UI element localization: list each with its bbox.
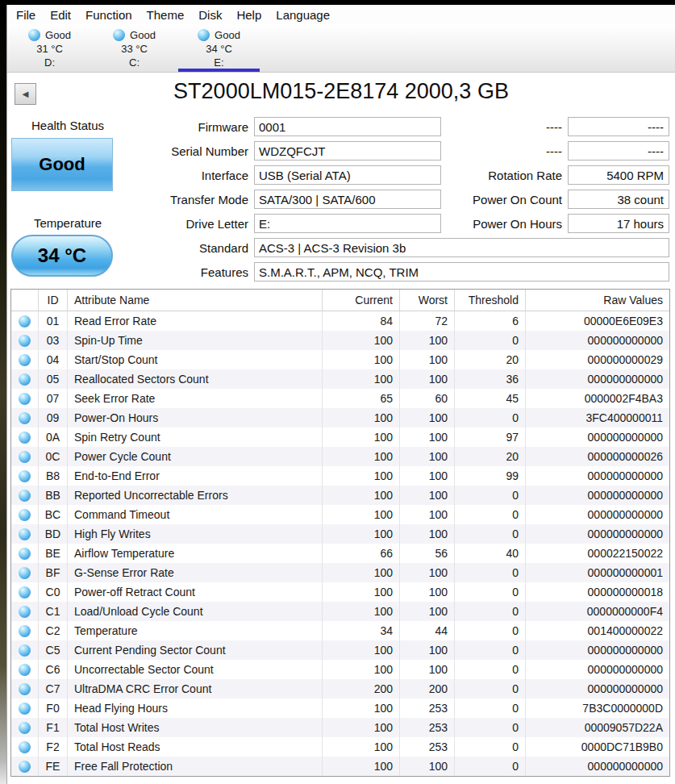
- table-row[interactable]: 0A Spin Retry Count 100 100 97 000000000…: [11, 427, 669, 447]
- row-current-cell: 100: [323, 602, 400, 621]
- row-raw-cell: 000000000000: [526, 466, 669, 486]
- row-current-cell: 100: [323, 582, 400, 602]
- attribute-status-icon: [19, 373, 31, 386]
- menu-item[interactable]: Theme: [140, 8, 192, 22]
- row-worst-cell: 100: [400, 486, 455, 505]
- table-body: 01 Read Error Rate 84 72 6 00000E6E09E3 …: [11, 311, 669, 776]
- row-current-cell: 100: [323, 524, 400, 544]
- table-row[interactable]: C5 Current Pending Sector Count 100 100 …: [11, 640, 669, 660]
- smart-attributes-table: ID Attribute Name Current Worst Threshol…: [10, 289, 670, 777]
- tab-status-row: Good: [198, 28, 240, 42]
- menu-bar: FileEditFunctionThemeDiskHelpLanguage: [7, 5, 675, 24]
- info-field-label: Serial Number: [7, 144, 254, 158]
- row-current-cell: 84: [323, 311, 400, 331]
- row-raw-cell: 000000000000: [526, 679, 669, 699]
- row-worst-cell: 100: [400, 505, 455, 524]
- row-worst-cell: 72: [400, 311, 455, 331]
- table-row[interactable]: B8 End-to-End Error 100 100 99 000000000…: [11, 466, 669, 486]
- stat-field-row: ---- ----: [458, 115, 669, 139]
- row-name-cell: Power-On Hours: [68, 408, 323, 427]
- table-row[interactable]: C1 Load/Unload Cycle Count 100 100 0 000…: [11, 602, 669, 621]
- stat-field-label: ----: [458, 120, 568, 134]
- attribute-status-icon: [19, 490, 31, 502]
- row-worst-cell: 100: [400, 331, 455, 350]
- table-row[interactable]: C0 Power-off Retract Count 100 100 0 000…: [11, 582, 669, 602]
- drive-tab[interactable]: Good 34 °C E:: [177, 24, 261, 72]
- row-current-cell: 100: [323, 505, 400, 524]
- table-row[interactable]: 04 Start/Stop Count 100 100 20 000000000…: [11, 350, 669, 369]
- drive-tab[interactable]: Good 33 °C C:: [92, 24, 177, 72]
- row-status-cell: [11, 331, 39, 350]
- row-id-cell: FE: [39, 757, 68, 776]
- row-current-cell: 100: [323, 408, 400, 427]
- worst-column-header: Worst: [400, 290, 455, 311]
- row-name-cell: Current Pending Sector Count: [68, 640, 323, 660]
- info-field-label: Transfer Mode: [7, 193, 254, 206]
- table-row[interactable]: 09 Power-On Hours 100 100 0 3FC400000011: [11, 408, 669, 427]
- menu-item[interactable]: Language: [269, 8, 337, 22]
- row-name-cell: Load/Unload Cycle Count: [68, 602, 323, 621]
- table-row[interactable]: C7 UltraDMA CRC Error Count 200 200 0 00…: [11, 679, 669, 699]
- row-status-cell: [11, 640, 39, 660]
- table-row[interactable]: C6 Uncorrectable Sector Count 100 100 0 …: [11, 660, 669, 679]
- menu-item[interactable]: Disk: [191, 8, 229, 22]
- row-threshold-cell: 0: [455, 505, 526, 524]
- table-row[interactable]: 05 Reallocated Sectors Count 100 100 36 …: [11, 369, 669, 389]
- attribute-status-icon: [19, 741, 31, 753]
- attribute-status-icon: [19, 412, 31, 424]
- table-row[interactable]: BB Reported Uncorrectable Errors 100 100…: [11, 486, 669, 505]
- row-status-cell: [11, 679, 39, 699]
- tab-temperature-text: 31 °C: [36, 42, 63, 56]
- row-raw-cell: 001400000022: [526, 621, 669, 640]
- table-row[interactable]: BD High Fly Writes 100 100 0 00000000000…: [11, 524, 669, 544]
- tab-status-row: Good: [113, 28, 156, 42]
- row-current-cell: 100: [323, 757, 400, 776]
- row-threshold-cell: 36: [455, 369, 526, 389]
- row-threshold-cell: 0: [455, 660, 526, 679]
- row-id-cell: C0: [39, 582, 68, 602]
- drive-tab-bar: Good 31 °C D: Good 33 °C C: Good 34 °C E…: [7, 24, 675, 73]
- stat-field-row: Power On Count 38 count: [458, 187, 669, 211]
- row-id-cell: F2: [39, 737, 68, 757]
- table-row[interactable]: BF G-Sense Error Rate 100 100 0 00000000…: [11, 563, 669, 582]
- row-worst-cell: 100: [400, 408, 455, 427]
- attribute-status-icon: [19, 625, 31, 637]
- row-name-cell: High Fly Writes: [68, 524, 323, 544]
- drive-tab[interactable]: Good 31 °C D:: [7, 24, 92, 72]
- table-row[interactable]: BC Command Timeout 100 100 0 00000000000…: [11, 505, 669, 524]
- menu-item[interactable]: Edit: [43, 8, 78, 22]
- row-current-cell: 100: [323, 660, 400, 679]
- app-window: FileEditFunctionThemeDiskHelpLanguage Go…: [0, 0, 675, 784]
- table-row[interactable]: 03 Spin-Up Time 100 100 0 000000000000: [11, 331, 669, 350]
- row-raw-cell: 000000000018: [526, 582, 669, 602]
- row-current-cell: 100: [323, 699, 400, 718]
- row-id-cell: 04: [39, 350, 68, 369]
- table-row[interactable]: C2 Temperature 34 44 0 001400000022: [11, 621, 669, 640]
- table-row[interactable]: BE Airflow Temperature 66 56 40 00002215…: [11, 544, 669, 563]
- row-threshold-cell: 20: [455, 447, 526, 466]
- table-row[interactable]: F1 Total Host Writes 100 253 0 00009057D…: [11, 718, 669, 737]
- table-row[interactable]: F2 Total Host Reads 100 253 0 0000DC71B9…: [11, 737, 669, 757]
- attribute-status-icon: [19, 761, 31, 773]
- row-name-cell: UltraDMA CRC Error Count: [68, 679, 323, 699]
- stat-field-label: ----: [458, 144, 568, 158]
- status-column-header: [11, 290, 39, 311]
- row-current-cell: 100: [323, 447, 400, 466]
- menu-item[interactable]: Function: [78, 8, 140, 22]
- table-row[interactable]: F0 Head Flying Hours 100 253 0 7B3C00000…: [11, 699, 669, 718]
- table-row[interactable]: 01 Read Error Rate 84 72 6 00000E6E09E3: [11, 311, 669, 331]
- row-raw-cell: 000000000000: [526, 505, 669, 524]
- row-id-cell: BB: [39, 486, 68, 505]
- table-row[interactable]: FE Free Fall Protection 100 100 0 000000…: [11, 757, 669, 776]
- row-id-cell: 01: [39, 311, 68, 331]
- table-row[interactable]: 0C Power Cycle Count 100 100 20 00000000…: [11, 447, 669, 466]
- threshold-column-header: Threshold: [455, 290, 526, 311]
- menu-item[interactable]: File: [9, 8, 43, 22]
- row-id-cell: B8: [39, 466, 68, 486]
- row-worst-cell: 100: [400, 563, 455, 582]
- table-row[interactable]: 07 Seek Error Rate 65 60 45 0000002F4BA3: [11, 389, 669, 408]
- row-threshold-cell: 0: [455, 486, 526, 505]
- tab-status-text: Good: [215, 28, 240, 42]
- menu-item[interactable]: Help: [229, 8, 269, 22]
- row-current-cell: 100: [323, 563, 400, 582]
